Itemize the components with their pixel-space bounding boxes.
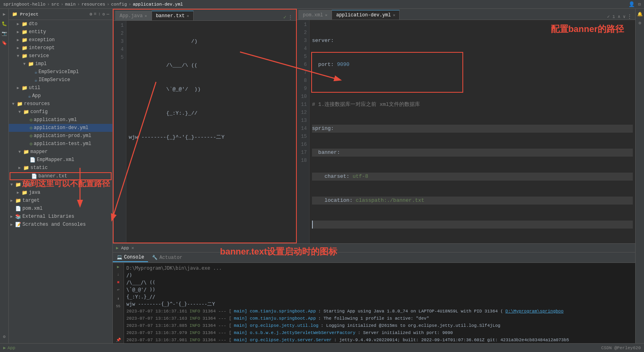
- run-icon[interactable]: ▶: [1, 10, 8, 18]
- console-content: D:\Myprogram\JDK\bin\java.exe ... /) /\_…: [124, 263, 635, 343]
- tree-label-config: config: [30, 109, 48, 115]
- bottom-tabs-bar: 💻 Console 🔧 Actuator: [113, 253, 635, 263]
- log-msg-3: : Logging initialized @2615ms to org.ecl…: [321, 322, 500, 329]
- folder-icon-target: 📁: [15, 198, 21, 204]
- tree-node-config[interactable]: ▼ 📁 config: [9, 108, 112, 116]
- tree-node-mapper[interactable]: ▼ 📁 mapper: [9, 148, 112, 156]
- gutter-stop[interactable]: ■: [115, 279, 122, 285]
- run-close[interactable]: ✕: [131, 245, 134, 251]
- tree-node-test[interactable]: ▼ 📁 test: [9, 181, 112, 189]
- close-appdevyml[interactable]: ✕: [393, 13, 395, 18]
- close-bannertxt[interactable]: ✕: [187, 14, 189, 18]
- gutter-pin[interactable]: 📌: [115, 337, 122, 343]
- gutter-5[interactable]: 55: [115, 303, 122, 310]
- tree-node-dto[interactable]: ▶ 📁 dto: [9, 20, 112, 28]
- sidebar-action-2[interactable]: ≡: [94, 12, 97, 17]
- tree-node-resources[interactable]: ▼ 📁 resources: [9, 100, 112, 108]
- tree-node-static[interactable]: ▶ 📁 static: [9, 164, 112, 172]
- folder-icon-service: 📁: [22, 53, 28, 59]
- left-editor-content[interactable]: 1 2 3 4 5 /) /\___/\ (( \`@_@'/: [114, 21, 296, 243]
- console-art-3: \`@_@'/ )): [126, 286, 633, 293]
- breadcrumb: springboot-hello › src › main › resource…: [3, 2, 183, 7]
- user-icon[interactable]: 👤: [628, 1, 635, 8]
- arrow-exception: ▶: [17, 38, 22, 42]
- sidebar-action-3[interactable]: ↕: [98, 12, 101, 17]
- log-class-3: main] org.eclipse.jetty.util.log: [234, 322, 318, 329]
- tree-node-extlib[interactable]: ▶ 📚 External Libraries: [9, 213, 112, 221]
- camera-icon[interactable]: 📷: [1, 30, 8, 37]
- log-level-2: INFO: [190, 315, 200, 322]
- more-icon[interactable]: ⋮: [288, 14, 293, 20]
- tree-node-pomxml[interactable]: 📄 pom.xml: [9, 205, 112, 213]
- folder-icon-java2: 📁: [22, 190, 28, 196]
- extlib-icon: 📚: [15, 214, 21, 220]
- sidebar-action-1[interactable]: ⊕: [90, 12, 92, 17]
- tree-node-target[interactable]: ▶ 📁 target: [9, 197, 112, 205]
- console-area: ▶ ↓ ■ ↩ ⬇ 55 📌 D:\Myprogram\JDK\bin\java…: [113, 263, 635, 343]
- right-editor-content[interactable]: 1 2 3 4 5 6 7 8 9 10 11 12 13: [297, 20, 635, 243]
- tree-node-entity[interactable]: ▶ 📁 entity: [9, 28, 112, 36]
- file-icon-App: ☕: [28, 93, 31, 99]
- tree-node-appdevyml[interactable]: ⚙ application-dev.yml: [9, 124, 112, 132]
- log-msg-5: : jetty-9.4.49.v20220914; built: 2022-09…: [334, 336, 569, 343]
- tab-appdevyml[interactable]: application-dev.yml ✕: [332, 10, 400, 20]
- arrow-extlib: ▶: [10, 214, 15, 219]
- tree-node-IEmpService[interactable]: ☕ IEmpService: [9, 76, 112, 84]
- tree-node-java2[interactable]: ▶ 📁 java: [9, 189, 112, 197]
- notifications-icon[interactable]: 🔔: [636, 10, 644, 18]
- log-class-1: main] com.tianju.springboot.App: [234, 308, 316, 315]
- bottom-tab-console[interactable]: 💻 Console: [113, 253, 148, 262]
- right-line-numbers: 1 2 3 4 5 6 7 8 9 10 11 12 13: [297, 20, 310, 243]
- gutter-down[interactable]: ↓: [115, 271, 122, 278]
- sidebar-action-4[interactable]: ⚙: [102, 12, 105, 17]
- log-msg-1: : Starting App using Java 1.8.0_74 on LA…: [318, 308, 503, 315]
- folder-icon-util: 📁: [22, 85, 28, 91]
- left-code-lines[interactable]: /) /\___/\ (( \`@_@'/ )) {_:Y:.}_// wjw …: [126, 21, 296, 243]
- folder-icon-mapper: 📁: [23, 149, 29, 155]
- tab-appjava[interactable]: App.java ✕: [115, 11, 152, 20]
- tree-node-exception[interactable]: ▶ 📁 exception: [9, 36, 112, 44]
- arrow-resources: ▼: [12, 102, 17, 106]
- console-tab-label: Console: [124, 255, 144, 260]
- gutter-run[interactable]: ▶: [115, 264, 122, 270]
- log-pid-5: 31364 --- [: [202, 336, 232, 343]
- bookmark-icon[interactable]: 🔖: [1, 39, 8, 46]
- tree-node-util[interactable]: ▶ 📁 util: [9, 84, 112, 92]
- tree-node-impl[interactable]: ▼ 📁 impl: [9, 60, 112, 68]
- tab-bannertxt[interactable]: banner.txt ✕: [152, 11, 194, 20]
- log-time-1: 2023-07-07 13:16:37.161: [126, 308, 187, 315]
- tree-node-appyml[interactable]: ⚙ application.yml: [9, 116, 112, 124]
- sidebar-action-5[interactable]: —: [106, 12, 109, 17]
- file-icon-appdevyml: ⚙: [30, 125, 32, 131]
- settings-icon[interactable]: ⚙: [636, 19, 644, 26]
- right-toolbar: 🔔 ⚙: [635, 9, 644, 343]
- close-pomxml[interactable]: ✕: [325, 13, 327, 18]
- tree-node-App[interactable]: ☕ App: [9, 92, 112, 100]
- yaml-line-5: spring:: [312, 125, 633, 133]
- folder-icon-static: 📁: [23, 165, 29, 171]
- console-line-cmd: D:\Myprogram\JDK\bin\java.exe ...: [126, 264, 633, 272]
- log-link-1[interactable]: D:\Myprogram\springboo: [506, 308, 564, 315]
- debug-icon[interactable]: 🐛: [1, 20, 8, 27]
- tree-node-apptest[interactable]: ⚙ application-test.yml: [9, 140, 112, 148]
- gutter-scroll[interactable]: ⬇: [115, 296, 122, 302]
- tab-pomxml[interactable]: pom.xml ✕: [298, 10, 332, 20]
- gutter-wrap[interactable]: ↩: [115, 286, 122, 293]
- folder-icon-entity: 📁: [22, 29, 28, 35]
- tree-node-bannertxt[interactable]: 📄 banner.txt: [10, 172, 112, 180]
- minimize-icon[interactable]: ⊟: [638, 2, 641, 7]
- bottom-tab-actuator[interactable]: 🔧 Actuator: [148, 253, 186, 262]
- tree-node-EmpServiceImpl[interactable]: ☕ EmpServiceImpl: [9, 68, 112, 76]
- close-appjava[interactable]: ✕: [145, 14, 147, 18]
- more-icon-right[interactable]: ⋮: [627, 14, 632, 20]
- tree-node-appprod[interactable]: ⚙ application-prod.yml: [9, 132, 112, 140]
- right-code-lines[interactable]: server: port: 9090 # 1.连接数据库一对应之前 xml文件的…: [310, 20, 635, 243]
- settings-icon2[interactable]: ⚙: [1, 333, 8, 340]
- actuator-icon: 🔧: [152, 255, 158, 260]
- tree-node-intercept[interactable]: ▶ 📁 intercept: [9, 44, 112, 52]
- log-msg-4: : Server initialized with port: 9090: [358, 329, 453, 336]
- tree-node-service[interactable]: ▼ 📁 service: [9, 52, 112, 60]
- tree-node-EmpMapper[interactable]: 📄 EmpMapper.xml: [9, 156, 112, 164]
- breadcrumb-file: application-dev.yml: [133, 2, 183, 7]
- tree-node-scratches[interactable]: ▶ 📝 Scratches and Consoles: [9, 221, 112, 229]
